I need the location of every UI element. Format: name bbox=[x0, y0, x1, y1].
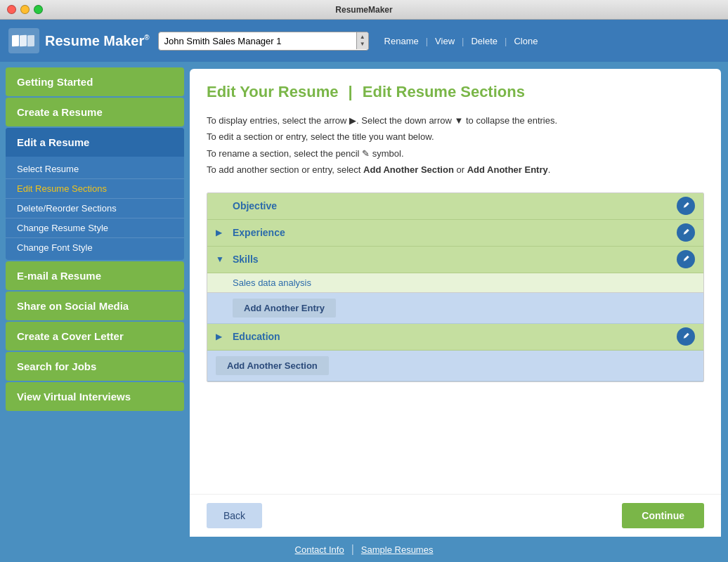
pencil-btn-experience[interactable] bbox=[677, 223, 695, 242]
titlebar: ResumeMaker bbox=[0, 0, 728, 20]
sidebar: Getting Started Create a Resume Edit a R… bbox=[0, 62, 190, 537]
app-title: ResumeMaker bbox=[335, 5, 392, 15]
rename-button[interactable]: Rename bbox=[377, 33, 426, 49]
sidebar-item-select-resume[interactable]: Select Resume bbox=[6, 159, 184, 179]
sidebar-item-edit-resume[interactable]: Edit a Resume bbox=[6, 128, 184, 157]
topbar-actions: Rename | View | Delete | Clone bbox=[377, 33, 545, 49]
add-another-section-button[interactable]: Add Another Section bbox=[216, 356, 329, 375]
add-section-row: Add Another Section bbox=[207, 351, 703, 381]
delete-button[interactable]: Delete bbox=[464, 33, 505, 49]
sidebar-item-view-virtual-interviews[interactable]: View Virtual Interviews bbox=[6, 382, 184, 411]
main-content: Edit Your Resume | Edit Resume Sections … bbox=[190, 69, 721, 537]
sidebar-item-create-cover-letter[interactable]: Create a Cover Letter bbox=[6, 322, 184, 351]
topbar: Resume Maker® John Smith Sales Manager 1… bbox=[0, 20, 728, 62]
pencil-btn-objective[interactable] bbox=[677, 197, 695, 215]
section-row-skills[interactable]: ▼ Skills bbox=[207, 247, 703, 273]
sidebar-item-change-resume-style[interactable]: Change Resume Style bbox=[6, 218, 184, 238]
sidebar-item-change-font-style[interactable]: Change Font Style bbox=[6, 238, 184, 257]
section-row-experience[interactable]: ▶ Experience bbox=[207, 220, 703, 247]
maximize-button[interactable] bbox=[34, 5, 43, 14]
continue-button[interactable]: Continue bbox=[622, 503, 704, 528]
main-inner: Edit Your Resume | Edit Resume Sections … bbox=[190, 69, 721, 494]
back-button[interactable]: Back bbox=[207, 503, 262, 528]
main-footer: Back Continue bbox=[190, 494, 721, 537]
minimize-button[interactable] bbox=[20, 5, 30, 14]
expand-arrow-education: ▶ bbox=[216, 332, 226, 341]
skills-entry-sales-data[interactable]: Sales data analysis bbox=[207, 273, 703, 293]
add-another-entry-button[interactable]: Add Another Entry bbox=[233, 299, 336, 318]
sidebar-item-create-resume[interactable]: Create a Resume bbox=[6, 98, 184, 126]
view-button[interactable]: View bbox=[428, 33, 462, 49]
section-name-objective: Objective bbox=[233, 200, 677, 211]
sample-resumes-link[interactable]: Sample Resumes bbox=[354, 544, 441, 555]
bottom-bar: Contact Info | Sample Resumes bbox=[0, 537, 728, 562]
close-button[interactable] bbox=[7, 5, 16, 14]
logo-area: Resume Maker® bbox=[8, 28, 150, 53]
content-area: Getting Started Create a Resume Edit a R… bbox=[0, 62, 728, 537]
page-title-part2: Edit Resume Sections bbox=[363, 83, 525, 100]
instructions: To display entries, select the arrow ▶. … bbox=[207, 112, 704, 178]
window-controls bbox=[7, 5, 43, 14]
clone-button[interactable]: Clone bbox=[507, 33, 545, 49]
sidebar-item-search-jobs[interactable]: Search for Jobs bbox=[6, 352, 184, 381]
page-title: Edit Your Resume | Edit Resume Sections bbox=[207, 83, 704, 101]
sidebar-item-getting-started[interactable]: Getting Started bbox=[6, 67, 184, 96]
sidebar-subitems: Select Resume Edit Resume Sections Delet… bbox=[6, 157, 184, 260]
select-arrows[interactable]: ▲ ▼ bbox=[356, 32, 368, 48]
contact-info-link[interactable]: Contact Info bbox=[288, 544, 351, 555]
add-entry-row: Add Another Entry bbox=[207, 293, 703, 324]
sidebar-item-edit-resume-sections[interactable]: Edit Resume Sections bbox=[6, 179, 184, 199]
sidebar-item-delete-reorder[interactable]: Delete/Reorder Sections bbox=[6, 199, 184, 218]
section-row-education[interactable]: ▶ Education bbox=[207, 324, 703, 351]
pencil-btn-skills[interactable] bbox=[677, 250, 695, 268]
sidebar-item-share-social[interactable]: Share on Social Media bbox=[6, 292, 184, 320]
resume-select[interactable]: John Smith Sales Manager 1 bbox=[159, 32, 356, 50]
expand-arrow-skills: ▼ bbox=[216, 254, 226, 264]
section-row-objective[interactable]: Objective bbox=[207, 193, 703, 220]
app-container: Resume Maker® John Smith Sales Manager 1… bbox=[0, 20, 728, 562]
page-title-part1: Edit Your Resume bbox=[207, 83, 338, 100]
sidebar-item-email-resume[interactable]: E-mail a Resume bbox=[6, 261, 184, 290]
section-name-experience: Experience bbox=[233, 227, 677, 238]
resume-selector[interactable]: John Smith Sales Manager 1 ▲ ▼ bbox=[158, 32, 369, 51]
section-name-education: Education bbox=[233, 331, 677, 342]
pencil-btn-education[interactable] bbox=[677, 327, 695, 346]
logo-text: Resume Maker® bbox=[45, 33, 150, 49]
sidebar-section-edit-resume: Edit a Resume Select Resume Edit Resume … bbox=[6, 128, 184, 260]
section-name-skills: Skills bbox=[233, 254, 677, 265]
section-list: Objective ▶ Experience bbox=[207, 192, 704, 382]
expand-arrow-experience: ▶ bbox=[216, 228, 226, 237]
